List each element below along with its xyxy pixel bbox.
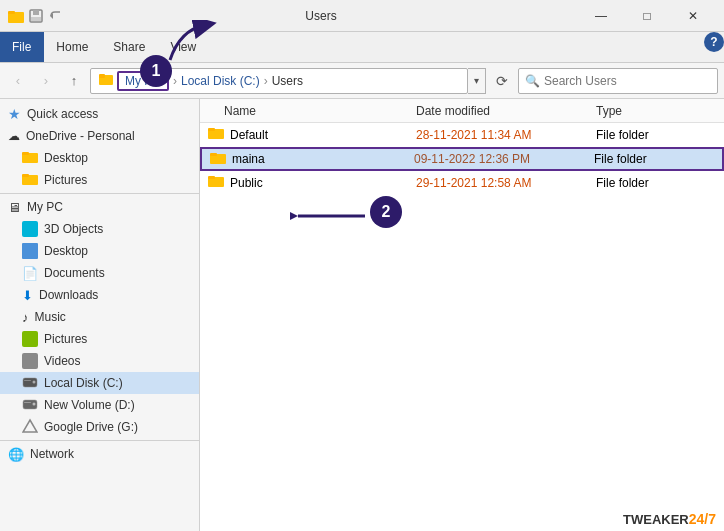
sidebar-item-localc[interactable]: Local Disk (C:) <box>0 372 199 394</box>
download-icon: ⬇ <box>22 288 33 303</box>
sidebar-label: Google Drive (G:) <box>44 420 138 434</box>
col-type-header: Type <box>596 104 716 118</box>
breadcrumb-users[interactable]: Users <box>272 74 303 88</box>
help-button[interactable]: ? <box>704 32 724 52</box>
sidebar-item-videos[interactable]: Videos <box>0 350 199 372</box>
network-icon: 🌐 <box>8 447 24 462</box>
breadcrumb-bar[interactable]: My PC › Local Disk (C:) › Users <box>90 68 468 94</box>
sidebar-label: Pictures <box>44 332 87 346</box>
window-title: Users <box>64 9 578 23</box>
video-icon <box>22 353 38 369</box>
svg-rect-9 <box>22 152 29 155</box>
sidebar-item-pictures-pc[interactable]: Pictures <box>0 328 199 350</box>
sidebar-item-quick-access[interactable]: ★ Quick access <box>0 103 199 125</box>
maximize-button[interactable]: □ <box>624 0 670 32</box>
breadcrumb-sep1: › <box>173 74 177 88</box>
sidebar-label: Quick access <box>27 107 98 121</box>
googledrive-icon <box>22 418 38 437</box>
file-name: maina <box>232 152 265 166</box>
tab-home[interactable]: Home <box>44 32 101 62</box>
folder-icon-small <box>8 8 24 24</box>
table-row[interactable]: maina 09-11-2022 12:36 PM File folder <box>200 147 724 171</box>
pics-icon <box>22 331 38 347</box>
refresh-button[interactable]: ⟳ <box>490 69 514 93</box>
tweaker-badge: TWEAKER24/7 <box>623 511 716 527</box>
sidebar-item-downloads[interactable]: ⬇ Downloads <box>0 284 199 306</box>
close-button[interactable]: ✕ <box>670 0 716 32</box>
breadcrumb-dropdown[interactable]: ▾ <box>468 68 486 94</box>
breadcrumb-mypc[interactable]: My PC <box>117 71 169 91</box>
folder-icon <box>210 151 226 168</box>
file-type: File folder <box>596 128 716 142</box>
sidebar-item-newvold[interactable]: New Volume (D:) <box>0 394 199 416</box>
sidebar-item-mypc[interactable]: 🖥 My PC <box>0 196 199 218</box>
sidebar-item-desktop-pc[interactable]: Desktop <box>0 240 199 262</box>
svg-rect-20 <box>208 128 215 131</box>
breadcrumb-localdisk[interactable]: Local Disk (C:) <box>181 74 260 88</box>
search-input[interactable] <box>544 74 711 88</box>
sidebar-label: OneDrive - Personal <box>26 129 135 143</box>
tweaker-number: 24/7 <box>689 511 716 527</box>
undo-icon <box>48 8 64 24</box>
drive-icon <box>22 396 38 415</box>
sidebar: ★ Quick access ☁ OneDrive - Personal Des… <box>0 99 200 531</box>
sidebar-item-3dobjects[interactable]: 3D Objects <box>0 218 199 240</box>
table-row[interactable]: Public 29-11-2021 12:58 AM File folder <box>200 171 724 195</box>
svg-rect-1 <box>8 11 15 14</box>
sidebar-label: New Volume (D:) <box>44 398 135 412</box>
svg-point-13 <box>33 380 36 383</box>
music-icon: ♪ <box>22 310 29 325</box>
title-bar: Users — □ ✕ <box>0 0 724 32</box>
folder-icon <box>22 172 38 189</box>
desktop-icon <box>22 243 38 259</box>
sidebar-item-desktop-fav[interactable]: Desktop <box>0 147 199 169</box>
sidebar-item-music[interactable]: ♪ Music <box>0 306 199 328</box>
tab-file[interactable]: File <box>0 32 44 62</box>
col-date-header: Date modified <box>416 104 596 118</box>
svg-rect-14 <box>24 380 31 381</box>
file-type: File folder <box>596 176 716 190</box>
sidebar-item-documents[interactable]: 📄 Documents <box>0 262 199 284</box>
svg-rect-11 <box>22 174 29 177</box>
tab-view[interactable]: View <box>158 32 209 62</box>
folder-icon <box>22 150 38 167</box>
sidebar-label: Pictures <box>44 173 87 187</box>
separator <box>0 193 199 194</box>
sidebar-label: Local Disk (C:) <box>44 376 123 390</box>
file-type: File folder <box>594 152 714 166</box>
forward-button[interactable]: › <box>34 69 58 93</box>
ribbon: File Home Share View ? <box>0 32 724 63</box>
star-icon: ★ <box>8 106 21 122</box>
navigation-bar: ‹ › ↑ My PC › Local Disk (C:) › Users ▾ … <box>0 63 724 99</box>
file-name: Default <box>230 128 268 142</box>
col-name-header: Name <box>224 104 416 118</box>
sidebar-label: 3D Objects <box>44 222 103 236</box>
file-date: 29-11-2021 12:58 AM <box>416 176 596 190</box>
file-name: Public <box>230 176 263 190</box>
cloud-icon: ☁ <box>8 129 20 143</box>
tab-share[interactable]: Share <box>101 32 158 62</box>
sidebar-item-onedrive[interactable]: ☁ OneDrive - Personal <box>0 125 199 147</box>
sidebar-label: Videos <box>44 354 80 368</box>
breadcrumb-icon <box>99 72 113 89</box>
file-area: Name Date modified Type Default 28-11-20… <box>200 99 724 531</box>
table-row[interactable]: Default 28-11-2021 11:34 AM File folder <box>200 123 724 147</box>
svg-rect-17 <box>24 402 31 403</box>
sidebar-label: Documents <box>44 266 105 280</box>
file-date: 09-11-2022 12:36 PM <box>414 152 594 166</box>
minimize-button[interactable]: — <box>578 0 624 32</box>
pc-icon: 🖥 <box>8 200 21 215</box>
svg-marker-18 <box>23 420 37 432</box>
svg-rect-24 <box>208 176 215 179</box>
folder-icon <box>208 174 224 191</box>
up-button[interactable]: ↑ <box>62 69 86 93</box>
file-date: 28-11-2021 11:34 AM <box>416 128 596 142</box>
svg-rect-4 <box>31 17 41 21</box>
search-bar[interactable]: 🔍 <box>518 68 718 94</box>
separator2 <box>0 440 199 441</box>
sidebar-item-network[interactable]: 🌐 Network <box>0 443 199 465</box>
sidebar-item-googleg[interactable]: Google Drive (G:) <box>0 416 199 438</box>
sidebar-item-pictures-fav[interactable]: Pictures <box>0 169 199 191</box>
file-header: Name Date modified Type <box>200 99 724 123</box>
back-button[interactable]: ‹ <box>6 69 30 93</box>
